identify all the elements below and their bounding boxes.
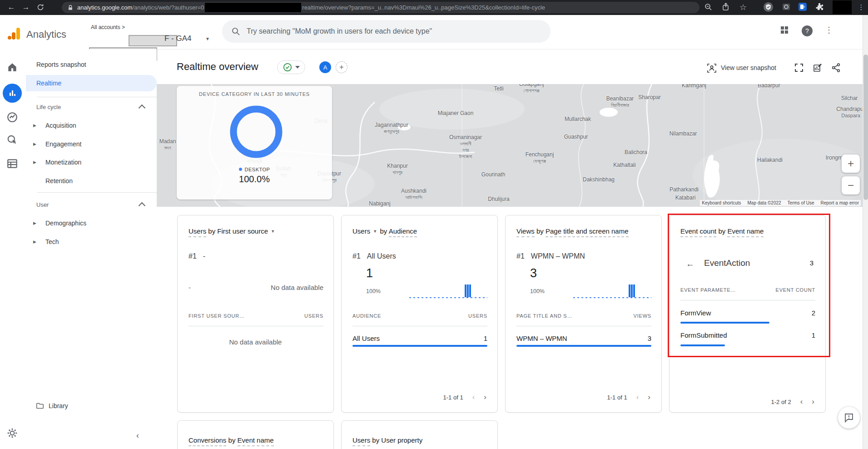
- back-arrow-icon[interactable]: ←: [686, 259, 694, 269]
- map-place-label: Nabiganj: [369, 200, 390, 207]
- table-row[interactable]: All Users1: [352, 334, 487, 342]
- page-next-icon[interactable]: ›: [484, 393, 486, 402]
- apps-grid-icon[interactable]: [779, 25, 791, 37]
- card-title[interactable]: Users ▼ by Audience: [352, 227, 417, 235]
- nav-engagement[interactable]: ▶Engagement: [26, 136, 157, 152]
- collapse-life-cycle-icon[interactable]: [139, 105, 146, 112]
- add-collaborator-button[interactable]: +: [336, 61, 347, 73]
- pagination: 1-1 of 1 ‹ ›: [443, 393, 486, 402]
- map-place-label: Aushkandiআউশকান্দি: [401, 188, 427, 200]
- row-bar: [516, 345, 651, 347]
- nav-acquisition[interactable]: ▶Acquisition: [26, 117, 157, 134]
- card-title[interactable]: Views by Page title and screen name: [516, 227, 629, 235]
- reports-icon-active[interactable]: [3, 84, 22, 103]
- search-input[interactable]: Try searching "MoM growth in users for e…: [222, 20, 551, 43]
- expand-arrow-icon[interactable]: ▶: [33, 234, 36, 250]
- customize-report-icon[interactable]: [813, 63, 822, 72]
- metric-value: 3: [530, 266, 537, 280]
- zoom-search-icon[interactable]: [704, 2, 714, 12]
- collaborator-avatar[interactable]: A: [319, 61, 331, 73]
- page-next-icon[interactable]: ›: [812, 397, 814, 406]
- nav-divider: [37, 192, 167, 193]
- nav-tech[interactable]: ▶Tech: [26, 234, 157, 250]
- account-breadcrumb[interactable]: All accounts >: [91, 24, 125, 30]
- reload-icon[interactable]: [35, 2, 46, 14]
- fullscreen-icon[interactable]: [794, 63, 804, 72]
- nav-demographics[interactable]: ▶Demographics: [26, 215, 157, 231]
- page-prev-icon[interactable]: ‹: [800, 397, 803, 406]
- advertising-icon[interactable]: [6, 134, 18, 146]
- nav-library[interactable]: Library: [26, 398, 157, 414]
- profile-avatar-redacted[interactable]: [833, 0, 852, 14]
- card-title[interactable]: Users by First user source ▼: [188, 227, 276, 235]
- nav-header-user[interactable]: User: [36, 201, 49, 208]
- analytics-logo-icon[interactable]: [7, 27, 21, 40]
- expand-arrow-icon[interactable]: ▶: [33, 117, 36, 134]
- product-name[interactable]: Analytics: [26, 29, 66, 40]
- url-bar[interactable]: analytics.google.com/analytics/web/?auth…: [62, 2, 699, 13]
- expand-arrow-icon[interactable]: ▶: [33, 215, 36, 231]
- page-scrollbar[interactable]: [863, 15, 868, 449]
- page-next-icon[interactable]: ›: [648, 393, 650, 402]
- realtime-geo-map[interactable]: TetliGolapganjগোলাপগঞ্জKarimganjBadarpur…: [157, 84, 868, 207]
- help-icon[interactable]: ?: [801, 25, 813, 37]
- expand-arrow-icon[interactable]: ▶: [33, 136, 36, 152]
- explore-icon[interactable]: [6, 111, 18, 123]
- card-title[interactable]: Conversions by Event name: [188, 436, 274, 444]
- share-page-icon[interactable]: [722, 2, 732, 12]
- sparkline-bar: [469, 284, 471, 297]
- terms-link[interactable]: Terms of Use: [788, 200, 814, 205]
- report-nav: Reports snapshot Realtime Life cycle ▶Ac…: [26, 49, 157, 449]
- property-label[interactable]: F - GA4: [164, 34, 192, 43]
- camera-extension-icon[interactable]: [782, 2, 792, 12]
- metric-percent: 100%: [366, 288, 381, 294]
- gear-icon[interactable]: [6, 427, 18, 439]
- table-row[interactable]: WPMN – WPMN3: [516, 334, 651, 342]
- collapse-user-icon[interactable]: [139, 202, 146, 210]
- map-place-label: Hailakandi: [757, 157, 783, 163]
- blue-extension-icon[interactable]: [798, 2, 808, 12]
- nav-reports-snapshot[interactable]: Reports snapshot: [26, 56, 157, 73]
- back-icon[interactable]: ←: [6, 2, 17, 13]
- url-path: /analytics/web/?authuser=0: [132, 4, 204, 11]
- forward-icon[interactable]: →: [20, 2, 31, 13]
- report-map-error-link[interactable]: Report a map error: [821, 200, 859, 205]
- map-zoom-in-button[interactable]: +: [842, 155, 860, 173]
- share-icon[interactable]: [832, 63, 841, 72]
- view-user-snapshot-button[interactable]: View user snapshot: [721, 64, 776, 71]
- nav-monetization[interactable]: ▶Monetization: [26, 154, 157, 170]
- nav-realtime[interactable]: Realtime: [26, 75, 157, 91]
- report-status-badge[interactable]: [277, 60, 305, 74]
- map-zoom-out-button[interactable]: −: [842, 176, 860, 195]
- folder-icon: [36, 402, 44, 410]
- keyboard-shortcuts-link[interactable]: Keyboard shortcuts: [702, 200, 741, 205]
- feedback-button[interactable]: [838, 407, 860, 429]
- shield-extension-icon[interactable]: [764, 2, 774, 12]
- user-snapshot-icon[interactable]: [707, 63, 716, 72]
- page-prev-icon[interactable]: ‹: [472, 393, 475, 402]
- home-icon[interactable]: [6, 61, 18, 73]
- url-path2: realtime/overview?params=_u..nav%3Dmaui%…: [302, 4, 545, 11]
- property-caret-icon[interactable]: ▼: [205, 36, 210, 41]
- card-title[interactable]: Event count by Event name: [680, 227, 764, 235]
- nav-retention[interactable]: Retention: [26, 173, 157, 189]
- card-event-count-by-event-name: Event count by Event name ← EventAction …: [669, 215, 826, 413]
- page-title: Realtime overview: [177, 61, 258, 73]
- nav-header-life-cycle[interactable]: Life cycle: [36, 104, 61, 110]
- bookmark-star-icon[interactable]: ☆: [739, 2, 749, 12]
- chrome-menu-icon[interactable]: ⋮: [856, 2, 867, 13]
- card-title[interactable]: Users by User property: [352, 436, 422, 444]
- sparkline-bar: [631, 284, 633, 297]
- search-placeholder: Try searching "MoM growth in users for e…: [247, 27, 432, 35]
- library-rail-icon[interactable]: [6, 158, 18, 170]
- map-place-label: Khanpurখানপুর: [387, 163, 407, 175]
- collapse-nav-icon[interactable]: ‹: [136, 431, 139, 440]
- table-row[interactable]: FormSubmitted1: [680, 331, 815, 339]
- scrollbar-thumb[interactable]: [863, 55, 868, 200]
- puzzle-extensions-icon[interactable]: [815, 2, 825, 12]
- expand-arrow-icon[interactable]: ▶: [33, 154, 36, 170]
- page-prev-icon[interactable]: ‹: [636, 393, 639, 402]
- table-row[interactable]: FormView2: [680, 309, 815, 317]
- app-menu-icon[interactable]: ⋮: [823, 25, 835, 37]
- map-place-label: Guashpur: [564, 134, 588, 140]
